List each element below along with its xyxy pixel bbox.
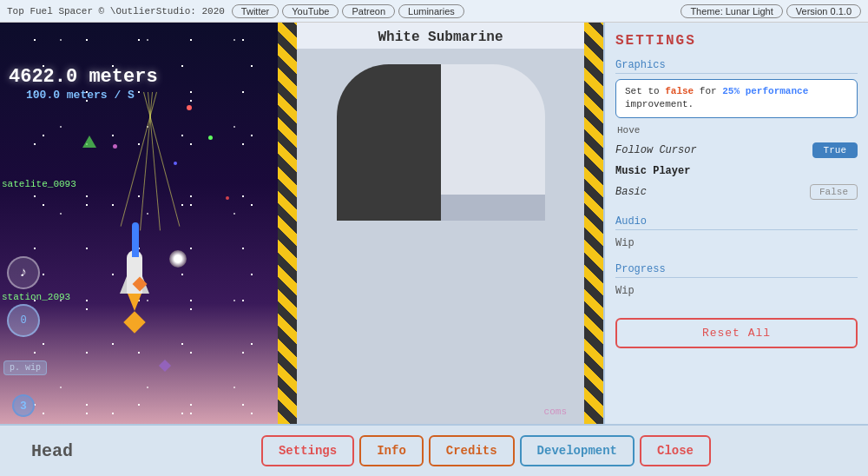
hover-prefix: Hove	[615, 125, 858, 136]
satelite-label: satelite_0093	[2, 179, 76, 189]
coms-text: coms	[544, 407, 567, 417]
progress-wip: Wip	[615, 283, 858, 299]
patreon-link[interactable]: Patreon	[342, 4, 395, 18]
circle-badge: 0	[7, 304, 40, 337]
progress-section: Progress Wip	[615, 263, 858, 299]
youtube-link[interactable]: YouTube	[282, 4, 339, 18]
audio-wip: Wip	[615, 235, 858, 251]
follow-cursor-row: Follow Cursor True	[615, 139, 858, 162]
top-bar-left: Top Fuel Spacer © \OutlierStudio: 2020 T…	[7, 4, 464, 18]
space-dot-2	[208, 136, 213, 140]
wip-label: p. wip	[10, 363, 41, 373]
space-dot-5	[113, 144, 117, 149]
sub-bottom-dark	[337, 195, 441, 221]
tooltip-improvement: improvement.	[625, 99, 694, 109]
space-dot-3	[174, 162, 177, 165]
graphics-label: Graphics	[615, 59, 858, 74]
num-badge: 3	[12, 394, 35, 417]
speed-display: 100.0 meters / S	[26, 89, 135, 102]
hazard-strip-right	[584, 23, 603, 424]
top-bar-right: Theme: Lunar Light Version 0.1.0	[681, 4, 861, 18]
follow-cursor-label: Follow Cursor	[615, 144, 697, 156]
twitter-link[interactable]: Twitter	[232, 4, 279, 18]
space-dot-1	[187, 105, 192, 110]
bottom-buttons: Settings Info Credits Development Close	[104, 435, 868, 466]
graphics-section: Graphics Set to false for 25% performanc…	[615, 59, 858, 203]
main-area: 4622.0 meters 100.0 meters / S satelite_…	[0, 23, 868, 424]
head-label: Head	[0, 441, 104, 461]
music-button[interactable]: ♪	[7, 256, 40, 289]
rocket-flame	[128, 294, 141, 311]
triangle-marker	[82, 136, 96, 148]
basic-label: Basic	[615, 186, 647, 198]
submarine-display: coms	[297, 49, 584, 424]
music-player-row: Music Player	[615, 162, 858, 181]
highlight-perf: 25% performance	[722, 86, 808, 96]
settings-panel: SETTINGS Graphics Set to false for 25% p…	[603, 23, 868, 424]
tooltip-text-set: Set to false for 25% performance	[625, 86, 808, 96]
bottom-bar: Head Settings Info Credits Development C…	[0, 424, 868, 476]
sub-bottom-light	[441, 195, 545, 221]
num-badge-value: 3	[20, 400, 27, 413]
center-title: White Submarine	[297, 23, 584, 49]
sub-dark-half	[337, 64, 441, 221]
version-button[interactable]: Version 0.1.0	[786, 4, 861, 18]
settings-title: SETTINGS	[615, 33, 858, 49]
close-button[interactable]: Close	[640, 435, 711, 466]
credits-button[interactable]: Credits	[429, 435, 515, 466]
development-button[interactable]: Development	[520, 435, 635, 466]
hazard-strip-left	[278, 23, 297, 424]
tooltip-box: Set to false for 25% performance improve…	[615, 79, 858, 118]
info-button[interactable]: Info	[359, 435, 424, 466]
submarine-container	[337, 64, 545, 221]
traj-line-4	[121, 92, 157, 227]
rocket-diamond	[123, 311, 145, 333]
reset-all-button[interactable]: Reset All	[615, 318, 858, 348]
top-bar-links: Twitter YouTube Patreon Luminaries	[232, 4, 464, 18]
sub-light-half	[441, 64, 545, 221]
basic-toggle[interactable]: False	[810, 184, 858, 200]
blue-rocket	[132, 222, 139, 257]
top-bar: Top Fuel Spacer © \OutlierStudio: 2020 T…	[0, 0, 868, 23]
luminaries-link[interactable]: Luminaries	[398, 4, 464, 18]
center-panel: White Submarine coms	[297, 23, 584, 424]
audio-section: Audio Wip	[615, 215, 858, 251]
small-diamond-2	[159, 360, 171, 372]
glow-orb	[169, 250, 187, 268]
highlight-false: false	[665, 86, 694, 96]
music-player-label: Music Player	[615, 165, 690, 177]
meters-display: 4622.0 meters	[9, 66, 158, 88]
basic-row: Basic False	[615, 181, 858, 203]
theme-button[interactable]: Theme: Lunar Light	[681, 4, 782, 18]
game-panel: 4622.0 meters 100.0 meters / S satelite_…	[0, 23, 278, 424]
app-title: Top Fuel Spacer © \OutlierStudio: 2020	[7, 6, 225, 17]
wip-badge: p. wip	[3, 360, 47, 375]
station-label: station_2093	[2, 292, 70, 302]
music-icon: ♪	[19, 265, 28, 281]
audio-label: Audio	[615, 215, 858, 230]
circle-value: 0	[20, 314, 26, 327]
progress-label: Progress	[615, 263, 858, 278]
settings-button[interactable]: Settings	[261, 435, 354, 466]
follow-cursor-toggle[interactable]: True	[812, 142, 858, 158]
space-dot-4	[226, 196, 229, 200]
rocket-fin-left	[120, 276, 127, 294]
